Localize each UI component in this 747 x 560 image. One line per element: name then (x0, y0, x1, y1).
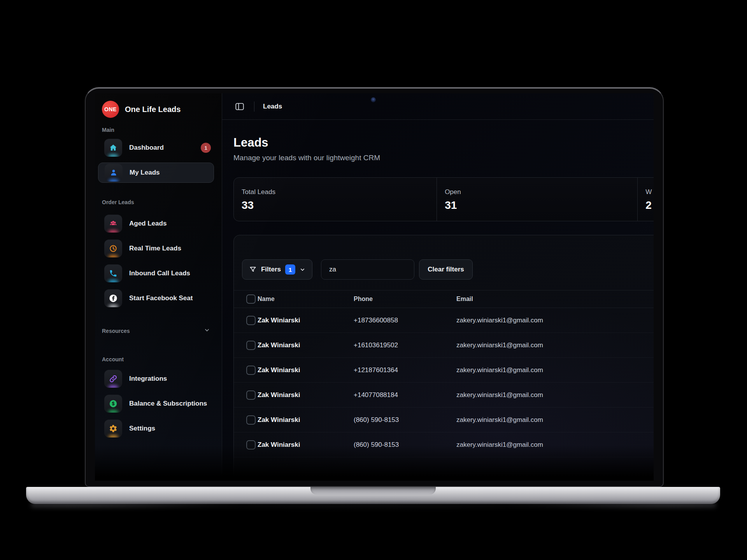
dashboard-tile (104, 139, 122, 157)
facebook-icon (109, 294, 117, 303)
row-checkbox[interactable] (246, 316, 256, 325)
stat-clipped: W 2 (637, 178, 654, 221)
lead-name: Zak Winiarski (258, 441, 354, 449)
clock-icon (109, 244, 117, 253)
laptop-base-notch (310, 487, 436, 495)
page-subtitle: Manage your leads with our lightweight C… (233, 154, 654, 162)
leads-panel: Filters 1 Clear filters (233, 235, 654, 481)
laptop-shadow (31, 503, 716, 513)
section-label-resources[interactable]: Resources (102, 327, 222, 334)
sidebar-item-settings[interactable]: Settings (98, 418, 214, 439)
sidebar-item-balance-subscriptions[interactable]: $ Balance & Subscriptions (98, 394, 214, 414)
link-icon (109, 374, 117, 383)
facebook-tile (104, 289, 122, 307)
stat-open: Open 31 (437, 178, 637, 221)
aged-leads-tile (104, 215, 122, 233)
filters-row: Filters 1 Clear filters (242, 259, 654, 280)
brand: ONE One Life Leads (102, 100, 222, 118)
row-checkbox[interactable] (246, 390, 256, 400)
main-content: Leads Leads Manage your leads with our l… (222, 93, 654, 481)
sidebar-item-label: Dashboard (129, 144, 164, 152)
stat-value: 2 (645, 199, 654, 212)
table-header-row: Name Phone Email (234, 290, 654, 308)
sidebar-item-aged-leads[interactable]: Aged Leads (98, 214, 214, 234)
topbar-divider (254, 102, 254, 112)
stat-label: W (645, 188, 654, 196)
select-all-checkbox[interactable] (246, 294, 256, 304)
lead-email: zakery.winiarski1@gmail.com (456, 391, 654, 399)
row-checkbox[interactable] (246, 440, 256, 450)
table-row[interactable]: Zak Winiarski +14077088184 zakery.winiar… (234, 383, 654, 408)
page-content: Leads Manage your leads with our lightwe… (222, 120, 654, 481)
table-row[interactable]: Zak Winiarski +12187601364 zakery.winiar… (234, 358, 654, 383)
stats-row: Total Leads 33 Open 31 W 2 (233, 177, 654, 221)
lead-email: zakery.winiarski1@gmail.com (456, 366, 654, 374)
sidebar-item-label: Start Facebook Seat (129, 294, 193, 302)
search-input[interactable] (321, 259, 414, 280)
lead-name: Zak Winiarski (258, 391, 354, 399)
lead-email: zakery.winiarski1@gmail.com (456, 317, 654, 324)
people-icon (109, 219, 117, 228)
lead-email: zakery.winiarski1@gmail.com (456, 441, 654, 449)
home-icon (109, 144, 117, 152)
sidebar-item-label: Aged Leads (129, 220, 167, 228)
column-header-name: Name (258, 296, 354, 303)
lead-name: Zak Winiarski (258, 416, 354, 424)
row-checkbox[interactable] (246, 415, 256, 425)
sidebar-item-start-facebook-seat[interactable]: Start Facebook Seat (98, 288, 214, 308)
lead-name: Zak Winiarski (258, 317, 354, 324)
sidebar-item-label: Settings (129, 425, 155, 432)
stat-value: 31 (445, 199, 637, 212)
laptop-base (26, 487, 720, 504)
row-checkbox[interactable] (246, 366, 256, 375)
sidebar-item-dashboard[interactable]: Dashboard 1 (98, 138, 214, 158)
sidebar-item-label: My Leads (130, 169, 160, 177)
sidebar-item-my-leads[interactable]: My Leads (98, 163, 214, 183)
resources-label: Resources (102, 328, 130, 334)
row-checkbox[interactable] (246, 341, 256, 350)
facebook-icon-glow (108, 305, 118, 307)
lead-email: zakery.winiarski1@gmail.com (456, 341, 654, 349)
clear-filters-label: Clear filters (428, 266, 464, 273)
stat-value: 33 (242, 199, 437, 212)
sidebar-item-integrations[interactable]: Integrations (98, 369, 214, 389)
table-row[interactable]: Zak Winiarski (860) 590-8153 zakery.wini… (234, 432, 654, 457)
chevron-down-icon (300, 267, 305, 273)
table-row[interactable]: Zak Winiarski +16103619502 zakery.winiar… (234, 333, 654, 358)
brand-logo: ONE (102, 101, 119, 118)
home-icon-glow (108, 154, 118, 157)
table-row[interactable]: Zak Winiarski +18736600858 zakery.winiar… (234, 308, 654, 333)
svg-text:$: $ (112, 401, 115, 406)
column-header-phone: Phone (354, 296, 456, 303)
stat-label: Total Leads (242, 188, 437, 196)
sidebar-item-inbound-call-leads[interactable]: Inbound Call Leads (98, 263, 214, 284)
real-time-leads-tile (104, 240, 122, 257)
lead-email: zakery.winiarski1@gmail.com (456, 416, 654, 424)
breadcrumb: Leads (263, 103, 282, 110)
gear-icon-glow (108, 435, 118, 438)
filters-count-badge: 1 (285, 264, 295, 275)
stat-label: Open (445, 188, 637, 196)
stat-total-leads: Total Leads 33 (234, 178, 437, 221)
lead-phone: (860) 590-8153 (354, 416, 456, 424)
page-title: Leads (233, 136, 654, 149)
brand-name: One Life Leads (125, 105, 181, 114)
sidebar-item-real-time-leads[interactable]: Real Time Leads (98, 238, 214, 259)
brand-logo-text: ONE (104, 106, 117, 112)
lead-phone: +12187601364 (354, 366, 456, 374)
balance-tile: $ (104, 395, 122, 413)
lead-phone: +14077088184 (354, 391, 456, 399)
my-leads-tile (105, 164, 123, 182)
filters-button[interactable]: Filters 1 (242, 259, 312, 280)
table-row[interactable]: Zak Winiarski (860) 590-8153 zakery.wini… (234, 408, 654, 432)
gear-icon (109, 424, 117, 433)
clear-filters-button[interactable]: Clear filters (419, 259, 473, 280)
integrations-tile (104, 370, 122, 388)
section-label-main: Main (102, 127, 222, 133)
section-label-account: Account (102, 356, 222, 362)
people-icon-glow (108, 230, 118, 233)
link-icon-glow (108, 385, 118, 388)
dollar-icon-glow (108, 410, 118, 413)
sidebar-toggle-icon[interactable] (235, 102, 245, 112)
sidebar-item-label: Integrations (129, 375, 167, 383)
